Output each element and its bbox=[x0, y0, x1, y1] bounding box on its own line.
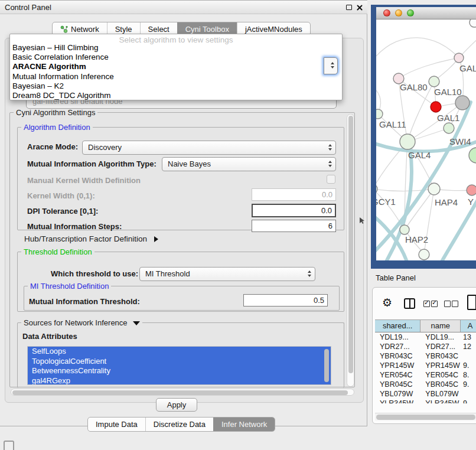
table-row[interactable]: YPR145WYPR145W9. bbox=[375, 361, 476, 370]
mi-threshold-definition-group: MI Threshold Definition Mutual Informati… bbox=[24, 286, 340, 311]
network-window-titlebar[interactable] bbox=[376, 7, 476, 19]
hub-transcription-label: Hub/Transcription Factor Definition bbox=[24, 234, 147, 243]
table-row[interactable]: YDR27...YDR27...12 bbox=[375, 342, 476, 351]
settings-horizontal-scrollbar-thumb[interactable] bbox=[12, 390, 348, 395]
data-attribute-item-topologicalcoefficient[interactable]: TopologicalCoefficient bbox=[28, 357, 331, 367]
tab-impute-data-label: Impute Data bbox=[96, 417, 138, 432]
algorithm-menu-item-mutual-information-inference[interactable]: Mutual Information Inference bbox=[10, 72, 342, 81]
zoom-traffic-light-icon[interactable] bbox=[407, 9, 414, 17]
data-attribute-item-gal4rgexp[interactable]: gal4RGexp bbox=[28, 376, 331, 386]
settings-vertical-scrollbar[interactable] bbox=[347, 114, 354, 387]
node-label-hap4: HAP4 bbox=[435, 197, 458, 207]
node-gal10[interactable] bbox=[429, 76, 439, 87]
cyni-algorithm-settings-title: Cyni Algorithm Settings bbox=[14, 108, 97, 117]
dpi-tolerance-input[interactable]: 0.0 bbox=[252, 204, 336, 217]
node-swi4[interactable] bbox=[444, 123, 454, 133]
mi-algorithm-type-combo[interactable]: Naive Bayes bbox=[162, 157, 336, 171]
table-row[interactable]: YBR043CYBR043C bbox=[375, 351, 476, 361]
close-window-icon[interactable] bbox=[357, 4, 363, 11]
node-unlabeled[interactable] bbox=[470, 19, 476, 27]
data-attribute-item-selfloops[interactable]: SelfLoops bbox=[28, 347, 331, 357]
mouse-cursor bbox=[360, 217, 366, 224]
tab-cyni-toolbox-label: Cyni Toolbox bbox=[185, 25, 229, 34]
node-gal1[interactable] bbox=[431, 102, 441, 112]
settings-horizontal-scrollbar[interactable] bbox=[11, 389, 354, 396]
column-header-a[interactable]: A bbox=[461, 320, 476, 332]
minimize-traffic-light-icon[interactable] bbox=[395, 9, 402, 17]
stepper-arrows-icon bbox=[308, 270, 311, 277]
table-cell: 9. bbox=[461, 361, 476, 370]
float-window-icon[interactable] bbox=[346, 5, 352, 10]
list-scrollbar-thumb[interactable] bbox=[324, 349, 329, 382]
table-panel: ⚙ ✓ ✓ shared...nameA YDL19...YDL19...13Y… bbox=[372, 287, 476, 424]
algorithm-menu-item-bayesian-k2[interactable]: Bayesian – K2 bbox=[10, 81, 342, 91]
manual-kernel-width-checkbox[interactable] bbox=[327, 175, 335, 184]
data-attribute-item-betweennesscentrality[interactable]: BetweennessCentrality bbox=[28, 366, 331, 376]
tab-discretize-data[interactable]: Discretize Data bbox=[145, 418, 213, 431]
tab-jactivemnodules-label: jActiveMNodules bbox=[245, 25, 302, 34]
table-row[interactable]: YER054CYER054C8. bbox=[375, 370, 476, 380]
select-all-checkbox-icon[interactable]: ✓ bbox=[423, 301, 430, 307]
minimized-panel-icon[interactable] bbox=[4, 441, 14, 450]
deselect-all-checkbox-icon[interactable] bbox=[452, 301, 458, 307]
network-canvas[interactable]: GALGAL80GAL10GAL1GAL11SWI4GAL4GCY1HAP4YH… bbox=[376, 19, 476, 260]
node-hap4[interactable] bbox=[428, 183, 440, 195]
gear-icon[interactable]: ⚙ bbox=[382, 297, 392, 308]
algorithm-menu-items: Bayesian – Hill ClimbingBasic Correlatio… bbox=[10, 43, 342, 100]
node-gal11[interactable] bbox=[376, 109, 383, 119]
network-view-window: GALGAL80GAL10GAL1GAL11SWI4GAL4GCY1HAP4YH… bbox=[371, 5, 476, 269]
settings-vertical-scrollbar-thumb[interactable] bbox=[348, 116, 353, 373]
hub-transcription-section[interactable]: Hub/Transcription Factor Definition bbox=[24, 234, 158, 243]
sources-title[interactable]: Sources for Network Inference bbox=[21, 318, 142, 327]
kernel-width-input[interactable]: 0.0 bbox=[252, 188, 336, 201]
document-icon[interactable] bbox=[467, 295, 476, 310]
table-horizontal-scrollbar-thumb[interactable] bbox=[376, 415, 475, 420]
split-columns-icon[interactable] bbox=[404, 298, 415, 309]
select-all-checkbox-icon[interactable]: ✓ bbox=[431, 301, 438, 307]
node-unlabeled[interactable] bbox=[419, 249, 429, 260]
table-row[interactable]: YBR045CYBR045C9. bbox=[375, 380, 476, 389]
mi-steps-input[interactable]: 6 bbox=[252, 220, 336, 232]
column-header-shared[interactable]: shared... bbox=[375, 320, 420, 332]
node-y[interactable] bbox=[467, 185, 476, 195]
column-header-name[interactable]: name bbox=[420, 320, 461, 332]
mi-threshold-input[interactable]: 0.5 bbox=[243, 294, 328, 306]
node-label-gal11: GAL11 bbox=[379, 119, 406, 129]
node-gal[interactable] bbox=[454, 53, 464, 63]
table-cell: YBL079W bbox=[420, 389, 461, 399]
tab-select-label: Select bbox=[148, 25, 169, 34]
table-row[interactable]: YBL079WYBL079W bbox=[375, 389, 476, 399]
which-threshold-value: MI Threshold bbox=[145, 269, 190, 278]
table-cell: 12 bbox=[461, 342, 476, 351]
aracne-mode-combo[interactable]: Discovery bbox=[82, 141, 336, 155]
table-cell: YDR27... bbox=[420, 342, 461, 351]
table-cell: YLR345W bbox=[420, 399, 461, 403]
node-hap2[interactable] bbox=[400, 225, 409, 234]
node-label-gal80: GAL80 bbox=[400, 82, 428, 92]
stepper-arrows-icon bbox=[331, 62, 334, 69]
algorithm-menu-item-aracne-algorithm[interactable]: ARACNE Algorithm bbox=[10, 62, 342, 71]
node-unlabeled[interactable] bbox=[469, 148, 476, 163]
dpi-tolerance-label: DPI Tolerance [0,1]: bbox=[27, 207, 98, 216]
algorithm-menu-item-basic-correlation-inference[interactable]: Basic Correlation Inference bbox=[10, 53, 342, 62]
which-threshold-combo[interactable]: MI Threshold bbox=[139, 267, 315, 281]
node-unlabeled[interactable] bbox=[455, 96, 470, 110]
algorithm-menu-item-dream8-dc-tdc-algorithm[interactable]: Dream8 DC_TDC Algorithm bbox=[10, 91, 342, 100]
apply-button[interactable]: Apply bbox=[156, 398, 197, 412]
table-row[interactable]: YLR345WYLR345W9. bbox=[375, 399, 476, 403]
node-gal4[interactable] bbox=[400, 134, 415, 149]
which-threshold-label: Which threshold to use: bbox=[51, 269, 138, 278]
network-graph[interactable]: GALGAL80GAL10GAL1GAL11SWI4GAL4GCY1HAP4YH… bbox=[376, 19, 476, 260]
threshold-definition-group: Threshold Definition Which threshold to … bbox=[17, 252, 344, 312]
tab-impute-data[interactable]: Impute Data bbox=[88, 418, 145, 431]
focused-combo-fragment[interactable] bbox=[324, 57, 338, 74]
algorithm-menu-item-bayesian-hill-climbing[interactable]: Bayesian – Hill Climbing bbox=[10, 43, 342, 53]
node-label-gal10: GAL10 bbox=[434, 87, 462, 97]
table-cell: YPR145W bbox=[420, 361, 461, 370]
tab-infer-network[interactable]: Infer Network bbox=[213, 418, 275, 431]
deselect-all-checkbox-icon[interactable] bbox=[444, 301, 451, 307]
data-attributes-list[interactable]: SelfLoopsTopologicalCoefficientBetweenne… bbox=[27, 346, 331, 385]
table-horizontal-scrollbar[interactable] bbox=[375, 413, 476, 420]
close-traffic-light-icon[interactable] bbox=[383, 9, 390, 17]
table-row[interactable]: YDL19...YDL19...13 bbox=[375, 332, 476, 342]
